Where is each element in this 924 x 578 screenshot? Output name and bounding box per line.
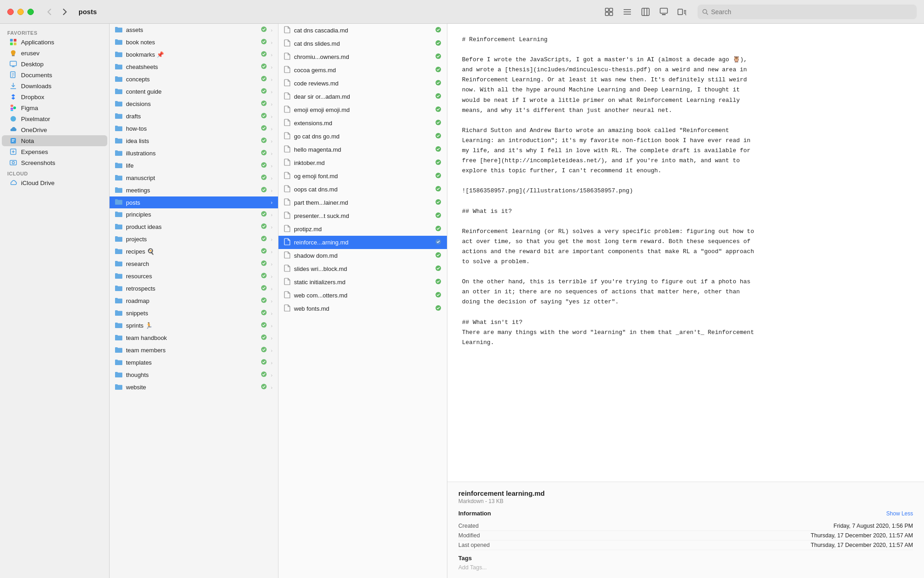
folder-item-life[interactable]: life › <box>110 159 278 172</box>
sidebar-item-nota[interactable]: Nota <box>2 135 107 146</box>
back-button[interactable] <box>43 5 56 18</box>
file-item-hello-magenta[interactable]: hello magenta.md <box>278 143 447 156</box>
svg-rect-37 <box>10 138 16 143</box>
folder-name: illustrations <box>126 150 257 157</box>
tags-input[interactable]: Add Tags... <box>458 564 913 571</box>
file-item-shadow-dom[interactable]: shadow dom.md <box>278 249 447 262</box>
view-gallery-button[interactable] <box>656 5 672 19</box>
folder-item-research[interactable]: research › <box>110 258 278 270</box>
folder-item-illustrations[interactable]: illustrations › <box>110 147 278 159</box>
sidebar-item-icloud-drive[interactable]: iCloud Drive <box>2 177 107 188</box>
file-item-go-cat-dns[interactable]: go cat dns go.md <box>278 130 447 143</box>
sidebar-item-downloads[interactable]: Downloads <box>2 80 107 91</box>
close-button[interactable] <box>7 9 14 15</box>
folder-item-idea-lists[interactable]: idea lists › <box>110 135 278 147</box>
forward-button[interactable] <box>58 5 71 18</box>
folder-name: how-tos <box>126 125 257 132</box>
sidebar-item-applications-label: Applications <box>21 39 54 46</box>
folder-item-book-notes[interactable]: book notes › <box>110 36 278 48</box>
folder-item-decisions[interactable]: decisions › <box>110 98 278 110</box>
sidebar-item-erusev[interactable]: erusev <box>2 48 107 58</box>
file-item-og-emoji-font[interactable]: og emoji font.md <box>278 170 447 183</box>
folder-item-bookmarks[interactable]: bookmarks 📌 › <box>110 48 278 61</box>
show-less-button[interactable]: Show Less <box>886 510 913 517</box>
svg-point-35 <box>13 106 16 109</box>
folder-name: cheatsheets <box>126 64 257 70</box>
folder-item-website[interactable]: website › <box>110 381 278 393</box>
folder-item-retrospects[interactable]: retrospects › <box>110 282 278 295</box>
folder-item-drafts[interactable]: drafts › <box>110 110 278 122</box>
folder-item-assets[interactable]: assets › <box>110 24 278 36</box>
file-item-chromiu-owners[interactable]: chromiu...owners.md <box>278 50 447 64</box>
folder-name: bookmarks 📌 <box>126 51 257 58</box>
folder-item-cheatsheets[interactable]: cheatsheets › <box>110 61 278 73</box>
folder-item-concepts[interactable]: concepts › <box>110 73 278 85</box>
sidebar-item-figma[interactable]: Figma <box>2 102 107 113</box>
folder-item-manuscript[interactable]: manuscript › <box>110 172 278 184</box>
file-item-part-them-lainer[interactable]: part them...lainer.md <box>278 196 447 209</box>
view-grid-button[interactable] <box>601 5 617 19</box>
minimize-button[interactable] <box>17 9 24 15</box>
folder-item-thoughts[interactable]: thoughts › <box>110 369 278 381</box>
sidebar-item-pixelmator[interactable]: Pixelmator <box>2 113 107 124</box>
folder-item-principles[interactable]: principles › <box>110 208 278 221</box>
file-icon <box>284 145 290 154</box>
sidebar-item-applications[interactable]: Applications <box>2 37 107 48</box>
folder-item-product-ideas[interactable]: product ideas › <box>110 221 278 233</box>
file-item-protipz[interactable]: protipz.md <box>278 223 447 236</box>
sidebar-item-onedrive[interactable]: OneDrive <box>2 124 107 135</box>
search-bar[interactable] <box>698 5 917 19</box>
sidebar-item-screenshots[interactable]: Screenshots <box>2 157 107 168</box>
folder-item-templates[interactable]: templates › <box>110 356 278 369</box>
sidebar-item-dropbox[interactable]: Dropbox <box>2 91 107 102</box>
folder-item-how-tos[interactable]: how-tos › <box>110 122 278 135</box>
file-item-cat-dns-cascadia[interactable]: cat dns cascadia.md <box>278 24 447 37</box>
file-icon <box>284 225 290 233</box>
folder-item-content-guide[interactable]: content guide › <box>110 85 278 98</box>
sidebar-item-desktop[interactable]: Desktop <box>2 58 107 69</box>
folder-status <box>261 272 267 280</box>
sidebar-item-documents[interactable]: Documents <box>2 69 107 80</box>
file-item-web-com-otters[interactable]: web com...otters.md <box>278 289 447 302</box>
file-item-code-reviews[interactable]: code reviews.md <box>278 77 447 90</box>
maximize-button[interactable] <box>27 9 34 15</box>
file-item-cat-dns-slides[interactable]: cat dns slides.md <box>278 37 447 50</box>
folder-chevron: › <box>271 40 273 45</box>
file-status-icon <box>435 119 441 127</box>
folder-item-team-members[interactable]: team members › <box>110 344 278 356</box>
file-item-inktober[interactable]: inktober.md <box>278 156 447 170</box>
file-item-static-initializers[interactable]: static initializers.md <box>278 276 447 289</box>
folder-item-resources[interactable]: resources › <box>110 270 278 282</box>
folder-item-team-handbook[interactable]: team handbook › <box>110 332 278 344</box>
folder-item-projects[interactable]: projects › <box>110 233 278 245</box>
folder-item-recipes[interactable]: recipes 🍳 › <box>110 245 278 258</box>
folder-item-posts[interactable]: posts › <box>110 196 278 208</box>
file-item-web-fonts[interactable]: web fonts.md <box>278 302 447 315</box>
svg-rect-21 <box>14 42 16 45</box>
folder-chevron: › <box>271 64 273 70</box>
view-list-button[interactable] <box>619 5 635 19</box>
folder-item-meetings[interactable]: meetings › <box>110 184 278 196</box>
file-item-emoji-emoji[interactable]: emoji emoji emoji.md <box>278 103 447 117</box>
folder-status <box>261 371 267 379</box>
folder-icon <box>115 260 122 268</box>
folder-icon <box>115 187 122 194</box>
folder-chevron: › <box>271 286 273 292</box>
folder-item-snippets[interactable]: snippets › <box>110 307 278 319</box>
sidebar-item-expenses[interactable]: Expenses <box>2 146 107 157</box>
file-item-slides-wri-block[interactable]: slides wri...block.md <box>278 262 447 276</box>
file-item-presenter-suck[interactable]: presenter...t suck.md <box>278 209 447 223</box>
search-icon <box>702 9 708 15</box>
file-item-cocoa-gems[interactable]: cocoa gems.md <box>278 64 447 77</box>
screenshots-icon <box>9 159 17 167</box>
file-item-extensions[interactable]: extensions.md <box>278 117 447 130</box>
file-item-reinforcement-learning[interactable]: reinforce...arning.md <box>278 236 447 249</box>
file-item-dear-sir[interactable]: dear sir or...adam.md <box>278 90 447 103</box>
view-more-button[interactable] <box>674 5 690 19</box>
file-icon <box>284 291 290 300</box>
view-column-button[interactable] <box>637 5 654 19</box>
folder-item-sprints[interactable]: sprints 🏃 › <box>110 319 278 332</box>
folder-item-roadmap[interactable]: roadmap › <box>110 295 278 307</box>
search-input[interactable] <box>711 8 912 16</box>
file-item-oops-cat-dns[interactable]: oops cat dns.md <box>278 183 447 196</box>
